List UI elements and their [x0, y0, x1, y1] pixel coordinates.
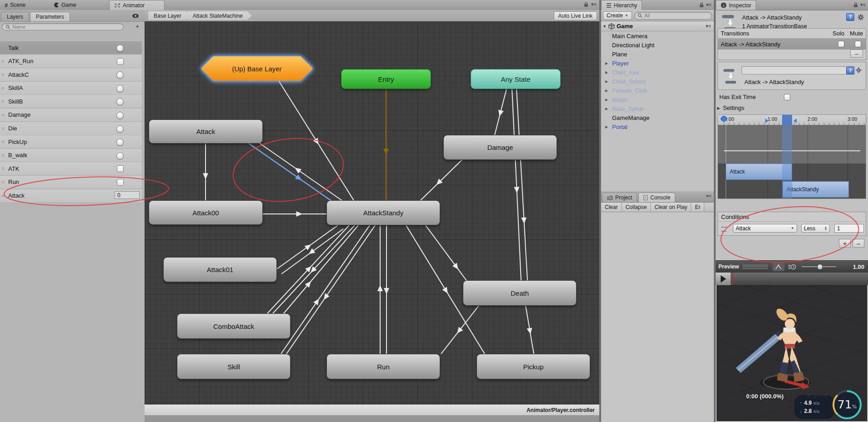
breadcrumb[interactable]: Attack StateMachine	[187, 11, 252, 20]
console-button[interactable]: Er	[691, 203, 704, 212]
play-button[interactable]	[716, 273, 731, 285]
bool-checkbox[interactable]	[117, 165, 124, 172]
state-node-skill[interactable]: Skill	[177, 354, 291, 379]
visibility-eye-icon[interactable]	[132, 12, 139, 20]
panel-menu-icon[interactable]: ▾≡	[860, 2, 866, 8]
state-node-attack01[interactable]: Attack01	[163, 257, 277, 282]
condition-param-dropdown[interactable]: Attack ▼	[733, 224, 797, 233]
add-parameter-button[interactable]: +	[134, 23, 141, 30]
condition-value-field[interactable]: 1	[834, 224, 864, 233]
state-node-attack00[interactable]: Attack00	[149, 200, 263, 225]
hierarchy-item[interactable]: ▶ Player	[601, 59, 714, 68]
hierarchy-item[interactable]: ▶ Directional Light	[601, 40, 714, 50]
hierarchy-search-input[interactable]: All	[634, 12, 712, 20]
hierarchy-item[interactable]: ▶ Portal	[601, 122, 714, 131]
drag-grip-lines[interactable]	[743, 265, 768, 269]
trigger-radio[interactable]	[116, 45, 124, 52]
hierarchy-item[interactable]: ▶ Plane	[601, 50, 714, 59]
transition-list-row[interactable]: Attack -> AttackStandy	[718, 39, 866, 50]
lock-icon[interactable]	[699, 2, 704, 8]
create-button[interactable]: Create ▼	[603, 11, 632, 20]
transition-name-field[interactable]	[742, 66, 854, 74]
state-node--up-base-layer[interactable]: (Up) Base Layer	[201, 56, 313, 81]
console-button[interactable]: Collapse	[622, 203, 651, 212]
slider-knob[interactable]	[817, 264, 823, 270]
transition-timeline[interactable]: 0:001:002:003:00 Attack AttackStandy	[717, 114, 866, 199]
tab-console[interactable]: Console	[638, 193, 675, 202]
speed-icon-button[interactable]	[786, 262, 798, 271]
hierarchy-item[interactable]: ▶ Child_Axe	[601, 68, 714, 77]
parameter-row[interactable]: = Run	[0, 176, 142, 189]
state-node-attackstandy[interactable]: AttackStandy	[326, 200, 440, 225]
parameter-row[interactable]: = AttackC	[0, 68, 142, 81]
parameter-row[interactable]: = Talk	[0, 41, 142, 54]
trigger-radio[interactable]	[116, 152, 124, 159]
hierarchy-item[interactable]: ▶ Magic	[601, 95, 714, 104]
remove-transition-button[interactable]: –	[850, 50, 863, 58]
parameter-row[interactable]: = ATK	[0, 162, 142, 175]
help-book-icon[interactable]: ?	[846, 13, 854, 21]
expand-arrow-icon[interactable]: ▶	[605, 107, 608, 111]
state-node-entry[interactable]: Entry	[341, 69, 431, 89]
state-node-any-state[interactable]: Any State	[471, 69, 561, 89]
parameter-row[interactable]: = Damage	[0, 109, 142, 121]
help-book-icon[interactable]: ?	[846, 67, 854, 74]
parameter-row[interactable]: = Die	[0, 122, 142, 135]
timeline-bar-attackstandy[interactable]: AttackStandy	[783, 181, 849, 198]
parameter-row[interactable]: = B_walk	[0, 149, 142, 162]
hierarchy-item[interactable]: ▶ Child_Sword	[601, 77, 714, 86]
condition-operator-dropdown[interactable]: Less ▲▼	[801, 224, 830, 233]
state-node-run[interactable]: Run	[326, 354, 440, 379]
tab-hierarchy[interactable]: Hierarchy	[601, 0, 642, 10]
state-node-comboattack[interactable]: ComboAttack	[177, 313, 291, 339]
trigger-radio[interactable]	[116, 125, 124, 133]
preview-speed-slider[interactable]	[802, 262, 836, 271]
trigger-radio[interactable]	[116, 85, 124, 92]
tab-animator[interactable]: Animator	[109, 0, 165, 10]
parameter-row[interactable]: = SkillA	[0, 82, 142, 94]
expand-arrow-icon[interactable]: ▶	[605, 61, 608, 65]
settings-foldout[interactable]: ▶ Settings	[717, 104, 744, 111]
int-value-field[interactable]: 0	[115, 191, 140, 199]
gear-icon[interactable]	[857, 14, 864, 21]
preview-viewport[interactable]: 0:00 (000.0%) Frame 0 ↑ 4.9 K/s ↓ 2.8 K/…	[717, 285, 867, 421]
breadcrumb[interactable]: Base Layer	[148, 11, 191, 20]
tab-inspector[interactable]: i Inspector	[716, 0, 756, 10]
hierarchy-item[interactable]: ▶ Male_Spear	[601, 104, 714, 113]
transition-end-marker[interactable]	[793, 119, 797, 123]
tab-scene[interactable]: # Scene	[0, 0, 30, 10]
parameter-row[interactable]: = PickUp	[0, 135, 142, 148]
panel-menu-icon[interactable]: ▾≡	[706, 2, 712, 8]
timeline-ruler[interactable]: 0:001:002:003:00	[718, 115, 866, 125]
pivot-icon-button[interactable]	[773, 262, 784, 271]
tab-parameters[interactable]: Parameters	[30, 12, 70, 21]
remove-condition-button[interactable]: –	[853, 239, 864, 248]
scene-menu-icon[interactable]: ▾≡	[706, 23, 711, 29]
expand-arrow-icon[interactable]: ▶	[605, 79, 608, 84]
hierarchy-item[interactable]: ▶ GameManage	[601, 113, 714, 122]
panel-menu-icon[interactable]: ▾≡	[706, 193, 712, 199]
timeline-bar-attack[interactable]: Attack	[726, 164, 792, 180]
hierarchy-item[interactable]: ▶ Main Camera	[601, 31, 714, 40]
window-menu-icon[interactable]: ▾≡	[591, 1, 597, 7]
parameter-row[interactable]: = SkillB	[0, 95, 142, 108]
tab-layers[interactable]: Layers	[1, 12, 29, 21]
has-exit-time-checkbox[interactable]	[784, 94, 790, 100]
expand-arrow-icon[interactable]: ▶	[605, 98, 608, 102]
lock-icon[interactable]	[853, 2, 858, 8]
gear-icon[interactable]	[855, 67, 862, 74]
lock-icon[interactable]	[584, 2, 588, 7]
parameter-row[interactable]: = ATK_Run	[0, 55, 142, 68]
add-condition-button[interactable]: +	[839, 239, 851, 248]
auto-live-link-button[interactable]: Auto Live Link	[554, 11, 597, 20]
console-button[interactable]: Clear on Play	[651, 203, 691, 212]
solo-checkbox[interactable]	[838, 41, 844, 47]
hierarchy-item[interactable]: ▶ Female_Club	[601, 86, 714, 95]
foldout-triangle-icon[interactable]: ▼	[602, 24, 607, 29]
bool-checkbox[interactable]	[117, 179, 124, 186]
state-machine-canvas[interactable]: (Up) Base LayerEntryAny StateAttackDamag…	[145, 21, 599, 404]
expand-arrow-icon[interactable]: ▶	[605, 125, 608, 129]
expand-arrow-icon[interactable]: ▶	[605, 70, 608, 74]
scene-row-game[interactable]: ▼ Game ▾≡	[601, 21, 714, 31]
parameter-row[interactable]: = Attack 0	[0, 189, 142, 202]
